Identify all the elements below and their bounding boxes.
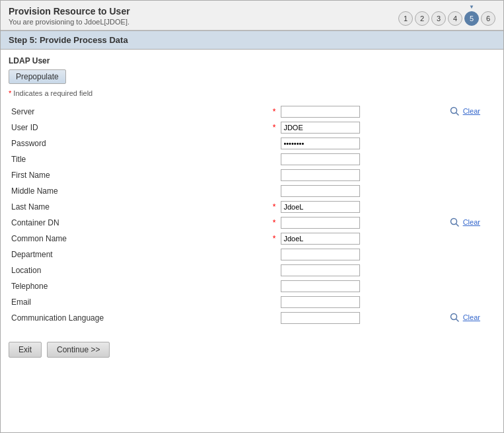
footer: Exit Continue >> [1,333,503,367]
label-title: Title [9,151,122,167]
page-title: Provision Resource to User [9,6,187,17]
form-row-server: Server* Clear [9,104,495,120]
input-telephone[interactable] [281,280,360,292]
required-text: Indicates a required field [13,89,92,97]
input-container-dn[interactable] [281,217,360,229]
section-title: Step 5: Provide Process Data [9,35,128,45]
clear-link-container-dn[interactable]: Clear [463,218,480,226]
input-middle-name[interactable] [281,185,360,197]
input-last-name[interactable] [281,201,360,213]
label-middle-name: Middle Name [9,183,122,199]
input-title[interactable] [281,153,360,165]
form-row-common-name: Common Name* [9,231,495,247]
required-marker-communication-language [270,310,279,326]
form-row-department: Department [9,247,495,262]
svg-line-3 [456,223,458,226]
required-marker-title [270,151,279,167]
input-server[interactable] [281,106,360,118]
required-marker-container-dn: * [270,215,279,231]
header: Provision Resource to User You are provi… [1,1,503,30]
form-row-location: Location [9,262,495,278]
form-row-email: Email [9,294,495,310]
required-marker-location [270,262,279,278]
input-email[interactable] [281,296,360,308]
label-location: Location [9,262,122,278]
required-star: * [9,89,11,97]
form-table: Server* ClearUser ID*PasswordTitleFirst … [9,104,495,326]
required-marker-user-id: * [270,120,279,136]
label-last-name: Last Name [9,199,122,215]
input-user-id[interactable] [281,122,360,134]
search-icon-server[interactable] [450,106,459,118]
step-2: 2 [415,11,429,26]
required-marker-email [270,294,279,310]
required-marker-telephone [270,278,279,294]
label-user-id: User ID [9,120,122,136]
form-row-communication-language: Communication Language Clear [9,310,495,326]
required-marker-last-name: * [270,199,279,215]
label-container-dn: Container DN [9,215,122,231]
label-telephone: Telephone [9,278,122,294]
form-row-telephone: Telephone [9,278,495,294]
search-icon-container-dn[interactable] [450,217,459,229]
form-row-middle-name: Middle Name [9,183,495,199]
required-marker-department [270,247,279,262]
label-communication-language: Communication Language [9,310,122,326]
required-marker-password [270,136,279,151]
input-communication-language[interactable] [281,312,360,324]
required-note: * Indicates a required field [9,89,495,97]
input-password[interactable] [281,138,360,149]
required-marker-first-name [270,167,279,183]
input-location[interactable] [281,264,360,276]
page-subtitle: You are provisioning to JdoeL[JDOE]. [9,18,187,26]
form-row-password: Password [9,136,495,151]
required-marker-server: * [270,104,279,120]
required-marker-common-name: * [270,231,279,247]
label-password: Password [9,136,122,151]
content-area: LDAP User Prepopulate * Indicates a requ… [1,50,503,333]
svg-line-1 [456,112,458,115]
label-server: Server [9,104,122,120]
search-icon-communication-language[interactable] [450,313,459,324]
ldap-user-label: LDAP User [9,56,495,65]
label-department: Department [9,247,122,262]
label-first-name: First Name [9,167,122,183]
form-row-title: Title [9,151,495,167]
step-6: 6 [481,11,495,26]
step-5: 5 [464,11,479,26]
input-first-name[interactable] [281,169,360,181]
step-3: 3 [431,11,446,26]
form-row-container-dn: Container DN* Clear [9,215,495,231]
section-header: Step 5: Provide Process Data [1,30,503,50]
form-row-last-name: Last Name* [9,199,495,215]
step-4: 4 [448,11,462,26]
form-row-user-id: User ID* [9,120,495,136]
prepopulate-button[interactable]: Prepopulate [9,69,66,84]
input-department[interactable] [281,249,360,260]
exit-button[interactable]: Exit [9,342,42,358]
form-row-first-name: First Name [9,167,495,183]
svg-line-5 [456,319,458,321]
clear-link-communication-language[interactable]: Clear [463,313,480,321]
label-common-name: Common Name [9,231,122,247]
label-email: Email [9,294,122,310]
continue-button[interactable]: Continue >> [47,342,110,358]
clear-link-server[interactable]: Clear [463,107,480,115]
main-container: Provision Resource to User You are provi… [0,0,504,433]
input-common-name[interactable] [281,233,360,245]
step-indicator: 123456 [398,11,495,26]
step-1: 1 [398,11,413,26]
required-marker-middle-name [270,183,279,199]
